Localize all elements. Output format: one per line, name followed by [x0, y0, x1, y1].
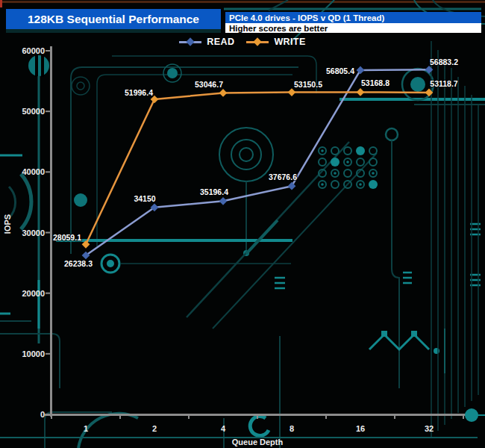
chart-title: 128KB Sequential Performance [28, 13, 199, 26]
chart-subtitle-bar: PCIe 4.0 drives - IOPS v QD (1 Thread) [225, 12, 481, 23]
write-diamond-marker-icon [254, 37, 262, 46]
write-data-point-marker [219, 89, 228, 97]
write-data-point-marker [357, 88, 365, 96]
x-axis-title: Queue Depth [232, 438, 284, 447]
write-series-line [86, 92, 429, 244]
x-tick-label: 8 [290, 424, 294, 433]
legend-label-read: READ [207, 37, 234, 47]
chart-screenshot: 010000200003000040000500006000012481632Q… [0, 0, 485, 448]
read-data-point-marker [288, 182, 296, 190]
write-data-point-marker [425, 89, 434, 97]
write-data-point-label: 53118.7 [430, 79, 458, 88]
x-tick-label: 1 [84, 424, 88, 433]
read-data-point-label: 56883.2 [430, 57, 458, 66]
x-tick-label: 2 [152, 424, 157, 433]
title-bar-shadow [6, 29, 221, 33]
x-tick-label: 32 [425, 424, 434, 433]
chart-note-bar: Higher scores are better [225, 23, 481, 33]
write-data-point-label: 53046.7 [195, 80, 223, 89]
chart-subtitle: PCIe 4.0 drives - IOPS v QD (1 Thread) [229, 13, 384, 22]
chart-legend: READ WRITE [0, 37, 485, 47]
chart-title-bar: 128KB Sequential Performance [6, 9, 221, 29]
read-data-point-label: 26238.3 [64, 259, 93, 268]
read-series-line [86, 69, 429, 255]
axis-end-via [465, 408, 478, 422]
y-axis-title: IOPS [3, 214, 12, 234]
y-tick-label: 20000 [22, 289, 45, 298]
write-data-point-label: 53168.8 [361, 78, 389, 87]
y-tick-label: 30000 [22, 228, 45, 237]
y-tick-label: 0 [40, 410, 45, 419]
read-data-point-label: 37676.6 [269, 172, 297, 181]
read-series-swatch-icon [179, 39, 201, 46]
y-tick-label: 40000 [22, 167, 45, 176]
read-data-point-marker [219, 197, 228, 205]
read-data-point-marker [425, 66, 434, 74]
x-tick-label: 16 [356, 424, 365, 433]
write-data-point-label: 28059.1 [53, 233, 81, 242]
x-tick-label: 4 [221, 424, 226, 433]
legend-item-write: WRITE [246, 37, 305, 47]
write-data-point-label: 53150.5 [294, 80, 322, 89]
write-data-point-marker [288, 88, 296, 96]
legend-item-read: READ [179, 37, 234, 47]
write-data-point-label: 51996.4 [125, 88, 153, 97]
read-data-point-label: 34150 [134, 194, 155, 203]
legend-label-write: WRITE [274, 37, 305, 47]
y-tick-label: 50000 [22, 107, 45, 116]
read-data-point-marker [357, 66, 365, 75]
y-tick-label: 10000 [22, 349, 45, 358]
write-series-swatch-icon [246, 39, 269, 46]
chart-note: Higher scores are better [229, 24, 328, 33]
performance-line-chart: 010000200003000040000500006000012481632Q… [0, 0, 485, 448]
read-diamond-marker-icon [187, 37, 195, 46]
read-data-point-label: 35196.4 [200, 187, 228, 196]
read-data-point-label: 56805.4 [326, 66, 354, 75]
chart-subheader: PCIe 4.0 drives - IOPS v QD (1 Thread) H… [225, 12, 481, 33]
y-tick-label: 60000 [22, 46, 45, 55]
write-data-point-marker [82, 240, 90, 249]
